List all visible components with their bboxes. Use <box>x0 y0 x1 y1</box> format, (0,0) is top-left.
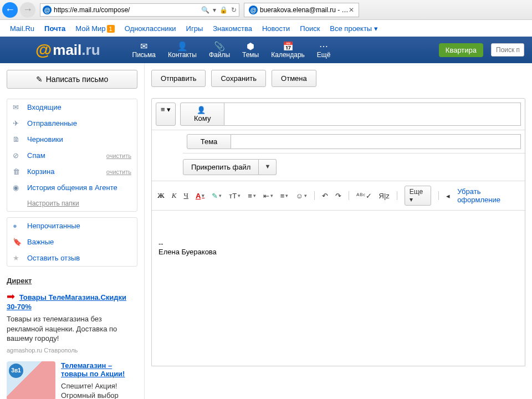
header-item-label: Контакты <box>168 51 197 59</box>
header-search-input[interactable] <box>491 43 524 57</box>
filter-icon: ★ <box>13 254 23 262</box>
header-item-контакты[interactable]: 👤Контакты <box>163 41 201 59</box>
recipients-options-button[interactable]: ≡ ▾ <box>156 103 176 126</box>
folder-item[interactable]: ✈Отправленные <box>7 115 137 131</box>
filter-item[interactable]: 🔖Важные <box>7 234 137 250</box>
underline-button[interactable]: Ч <box>184 191 188 200</box>
message-body-editor[interactable]: -- Елена Буеракова <box>152 211 525 366</box>
filter-item[interactable]: ★Оставить отзыв <box>7 250 137 266</box>
folder-item[interactable]: ◉История общения в Агенте <box>7 180 137 196</box>
compose-icon: ✎ <box>36 75 43 84</box>
header-item-label: Файлы <box>209 51 230 59</box>
ad-header[interactable]: Директ <box>7 277 32 285</box>
configure-folders-link[interactable]: Настроить папки <box>22 196 137 211</box>
signature-separator: -- <box>158 239 518 248</box>
emoji-button[interactable]: ☺▾ <box>295 192 306 200</box>
ad-badge-2: 3в1 <box>9 364 23 378</box>
compose-label: Написать письмо <box>46 75 108 84</box>
ad-link-1[interactable]: Товары ТелеМагазина.Скидки 30-70% <box>7 293 126 311</box>
send-button[interactable]: Отправить <box>151 70 206 87</box>
nav-all-projects[interactable]: Все проекты <box>330 24 372 33</box>
nav-dating[interactable]: Знакомства <box>213 24 252 33</box>
text-color-button[interactable]: А▾ <box>196 192 204 200</box>
remove-formatting-link[interactable]: Убрать оформление <box>457 187 519 204</box>
search-icon[interactable]: 🔍 <box>201 6 209 14</box>
nav-games[interactable]: Игры <box>186 24 203 33</box>
folder-label: Корзина <box>27 167 55 176</box>
filter-item[interactable]: ●Непрочитанные <box>7 218 137 234</box>
ad-source-1: agmashop.ru Ставрополь <box>7 347 137 354</box>
ad-link-2[interactable]: Телемагазин – товары по Акции! <box>61 361 137 378</box>
folder-icon: ✉ <box>13 103 23 111</box>
folder-icon: ⊘ <box>13 151 23 160</box>
close-icon[interactable]: ✕ <box>349 6 354 14</box>
nav-news[interactable]: Новости <box>262 24 290 33</box>
redo-button[interactable]: ↷ <box>335 192 341 200</box>
header-item-темы[interactable]: ⬢Темы <box>238 41 263 59</box>
folder-item[interactable]: 🗎Черновики <box>7 131 137 147</box>
indent-button[interactable]: ⇤▾ <box>263 192 273 200</box>
header-item-label: Календарь <box>271 51 305 59</box>
nav-search[interactable]: Поиск <box>300 24 320 33</box>
ad-image-2[interactable]: 3в1 <box>7 361 55 399</box>
save-button[interactable]: Сохранить <box>211 70 266 87</box>
translit-button[interactable]: Я|z <box>379 192 390 200</box>
cancel-button[interactable]: Отмена <box>272 70 316 87</box>
nav-mymir[interactable]: Мой Мир <box>75 24 105 33</box>
clear-link[interactable]: очистить <box>106 168 131 175</box>
header-item-письма[interactable]: ✉Письма <box>128 41 161 59</box>
font-size-button[interactable]: тТ▾ <box>229 192 241 200</box>
folder-icon: 🗎 <box>13 135 23 144</box>
attach-dropdown-button[interactable]: ▼ <box>259 159 277 175</box>
apartment-button[interactable]: Квартира <box>439 43 483 57</box>
more-tools-button[interactable]: Еще ▾ <box>405 186 432 206</box>
app-header: @mail.ru ✉Письма👤Контакты📎Файлы⬢Темы📅Кал… <box>0 37 532 63</box>
logo-at: @ <box>35 40 52 59</box>
header-item-label: Письма <box>132 51 156 59</box>
collapse-toolbar-icon[interactable]: ◂ <box>446 192 450 200</box>
folder-item[interactable]: ⊘Спамочистить <box>7 147 137 163</box>
browser-forward-button[interactable]: → <box>20 2 35 18</box>
list-button[interactable]: ≡▾ <box>280 192 289 200</box>
header-item-календарь[interactable]: 📅Календарь <box>267 41 309 59</box>
header-item-label: Ещё <box>317 51 331 59</box>
nav-mailru[interactable]: Mail.Ru <box>10 24 34 33</box>
nav-mail[interactable]: Почта <box>44 24 65 33</box>
tab-title: buerakova.elena@mail.ru - … <box>260 6 349 14</box>
subject-input[interactable] <box>231 134 521 149</box>
attach-file-button[interactable]: Прикрепить файл <box>183 159 259 175</box>
header-icon: 👤 <box>177 41 188 51</box>
bold-button[interactable]: Ж <box>157 191 165 200</box>
to-input[interactable] <box>224 103 521 126</box>
refresh-icon[interactable]: ↻ <box>231 6 237 14</box>
header-icon: 📅 <box>283 41 294 51</box>
url-text: https://e.mail.ru/compose/ <box>54 6 130 14</box>
highlight-button[interactable]: ✎▾ <box>212 192 222 200</box>
undo-button[interactable]: ↶ <box>322 192 328 200</box>
folder-icon: ✈ <box>13 119 23 127</box>
editor-toolbar: Ж К Ч А▾ ✎▾ тТ▾ ≡▾ ⇤▾ ≡▾ ☺▾ ↶ ↷ ᴬᴮᶜ✓ Я|z… <box>152 181 525 211</box>
nav-odnoklassniki[interactable]: Одноклассники <box>125 24 176 33</box>
to-label[interactable]: 👤Кому <box>180 103 224 126</box>
header-item-файлы[interactable]: 📎Файлы <box>204 41 234 59</box>
browser-tab[interactable]: @ buerakova.elena@mail.ru - … ✕ <box>244 3 359 17</box>
top-nav: Mail.Ru Почта Мой Мир1 Одноклассники Игр… <box>0 20 532 37</box>
clear-link[interactable]: очистить <box>106 152 131 159</box>
align-button[interactable]: ≡▾ <box>248 192 256 200</box>
folder-item[interactable]: ✉Входящие <box>7 99 137 115</box>
signature-name: Елена Буеракова <box>158 248 518 256</box>
browser-back-button[interactable]: ← <box>2 2 18 18</box>
folder-label: Входящие <box>27 103 62 111</box>
header-item-ещё[interactable]: ⋯Ещё <box>313 41 335 59</box>
italic-button[interactable]: К <box>172 191 177 200</box>
filter-label: Оставить отзыв <box>27 254 80 262</box>
url-bar[interactable]: @ https://e.mail.ru/compose/ 🔍▾ 🔒 ↻ <box>40 3 239 17</box>
filter-label: Непрочитанные <box>27 222 80 230</box>
compose-button[interactable]: ✎ Написать письмо <box>7 70 137 89</box>
lock-icon: 🔒 <box>219 6 228 14</box>
spellcheck-button[interactable]: ᴬᴮᶜ✓ <box>356 192 372 200</box>
person-icon: 👤 <box>197 106 206 114</box>
mailru-logo[interactable]: @mail.ru <box>35 40 100 59</box>
folder-item[interactable]: 🗑Корзинаочистить <box>7 163 137 180</box>
folder-label: История общения в Агенте <box>27 183 117 192</box>
